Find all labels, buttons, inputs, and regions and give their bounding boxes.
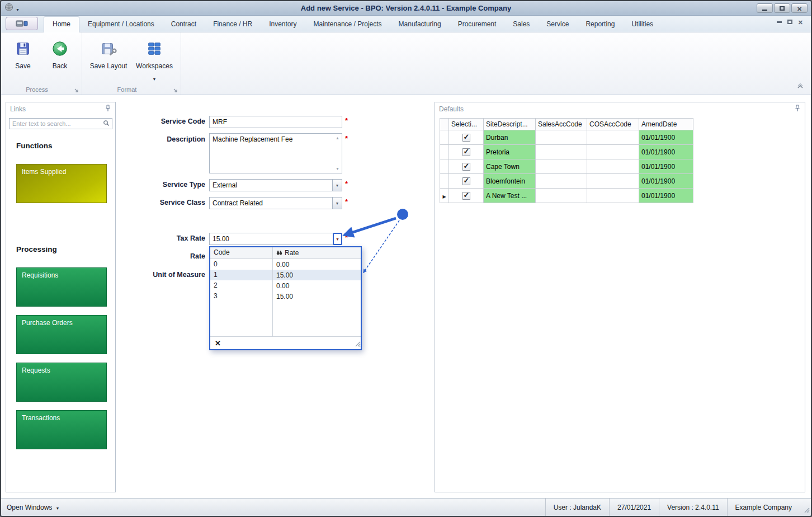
app-icon — [4, 3, 13, 14]
tab-maintenance-projects[interactable]: Maintenance / Projects — [305, 17, 390, 32]
tile-purchase-orders[interactable]: Purchase Orders — [16, 315, 107, 354]
defaults-row-current[interactable]: A New Test ... 01/01/1900 — [440, 189, 693, 203]
tax-rate-lookup-popup: Code Rate 0 0.00 1 15.00 2 — [209, 246, 362, 350]
column-sales-acc-code[interactable]: SalesAccCode — [536, 119, 587, 130]
tab-service[interactable]: Service — [538, 17, 577, 32]
tax-rate-label: Tax Rate — [116, 234, 205, 242]
required-marker: * — [345, 198, 348, 206]
ribbon-group-process: Save Back Process — [1, 32, 82, 95]
grid-header-row: Selecti... SiteDescript... SalesAccCode … — [440, 119, 693, 130]
status-user: User : JulandaK — [545, 499, 609, 516]
functions-heading: Functions — [16, 142, 53, 150]
selection-checkbox[interactable] — [462, 134, 470, 142]
workspaces-dropdown-icon[interactable] — [153, 73, 157, 83]
tax-rate-combo[interactable]: 15.00 — [209, 233, 342, 245]
lookup-close-button[interactable] — [215, 338, 221, 348]
close-button[interactable] — [791, 3, 808, 13]
minimize-button[interactable] — [757, 3, 773, 13]
selection-checkbox[interactable] — [462, 148, 470, 156]
tile-requisitions[interactable]: Requisitions — [16, 267, 107, 307]
required-marker: * — [345, 134, 348, 143]
statusbar: Open Windows User : JulandaK 27/01/2021 … — [1, 498, 811, 516]
child-close-icon[interactable] — [798, 17, 803, 27]
save-button[interactable]: Save — [6, 39, 40, 83]
defaults-row[interactable]: Durban 01/01/1900 — [440, 130, 693, 145]
open-windows-button[interactable]: Open Windows — [7, 504, 59, 511]
selection-checkbox[interactable] — [462, 163, 470, 171]
search-input[interactable] — [10, 120, 103, 127]
application-menu-button[interactable] — [6, 17, 38, 30]
status-company: Example Company — [727, 499, 800, 516]
selection-checkbox[interactable] — [462, 177, 470, 185]
back-button[interactable]: Back — [43, 39, 77, 83]
tab-equipment-locations[interactable]: Equipment / Locations — [79, 17, 163, 32]
defaults-grid: Selecti... SiteDescript... SalesAccCode … — [440, 118, 693, 203]
maximize-button[interactable] — [774, 3, 790, 13]
scroll-down-icon[interactable] — [336, 167, 339, 171]
column-cos-acc-code[interactable]: COSAccCode — [587, 119, 639, 130]
tab-reporting[interactable]: Reporting — [577, 17, 623, 32]
column-site-description[interactable]: SiteDescript... — [484, 119, 536, 130]
ribbon-tab-row: Home Equipment / Locations Contract Fina… — [1, 16, 811, 32]
service-type-combo[interactable]: External — [209, 179, 342, 191]
tab-finance-hr[interactable]: Finance / HR — [205, 17, 261, 32]
tile-requests[interactable]: Requests — [16, 363, 107, 402]
tab-contract[interactable]: Contract — [163, 17, 205, 32]
service-class-dropdown-icon[interactable] — [332, 198, 342, 209]
tab-sales[interactable]: Sales — [504, 17, 538, 32]
tab-manufacturing[interactable]: Manufacturing — [390, 17, 450, 32]
annotation-dot — [397, 209, 408, 220]
tax-rate-dropdown-icon[interactable] — [333, 233, 342, 245]
lookup-column-rate[interactable]: Rate — [273, 247, 361, 258]
service-code-input[interactable] — [209, 116, 342, 128]
ribbon-group-format: Save Layout Workspaces Format — [82, 32, 181, 95]
bpo-logo-icon — [16, 20, 28, 27]
child-restore-icon[interactable] — [787, 20, 792, 24]
links-search — [9, 118, 112, 129]
tile-transactions[interactable]: Transactions — [16, 410, 107, 449]
search-icon[interactable] — [103, 119, 110, 129]
workspace: Links Functions Items Supplied Processin… — [1, 95, 811, 498]
tab-procurement[interactable]: Procurement — [450, 17, 505, 32]
tab-utilities[interactable]: Utilities — [623, 17, 662, 32]
defaults-row[interactable]: Bloemfontein 01/01/1900 — [440, 174, 693, 189]
resize-grip-icon[interactable] — [353, 339, 361, 349]
child-minimize-icon[interactable] — [777, 21, 782, 23]
tab-inventory[interactable]: Inventory — [261, 17, 305, 32]
column-amend-date[interactable]: AmendDate — [639, 119, 693, 130]
tab-home[interactable]: Home — [44, 16, 79, 32]
description-textarea[interactable]: Machine Replacement Fee — [209, 133, 342, 173]
service-class-combo[interactable]: Contract Related — [209, 197, 342, 209]
required-marker: * — [345, 116, 348, 125]
pin-icon[interactable] — [105, 105, 111, 114]
lookup-column-code[interactable]: Code — [210, 247, 273, 258]
lookup-row[interactable]: 3 15.00 — [210, 291, 361, 302]
workspaces-button[interactable]: Workspaces — [133, 39, 176, 83]
selection-checkbox[interactable] — [462, 192, 470, 200]
save-layout-button[interactable]: Save Layout — [87, 39, 130, 83]
save-layout-label: Save Layout — [90, 62, 128, 70]
lookup-row[interactable]: 0 0.00 — [210, 259, 361, 270]
service-type-dropdown-icon[interactable] — [332, 180, 342, 191]
process-dialog-launcher-icon[interactable] — [74, 86, 80, 92]
column-selection[interactable]: Selecti... — [449, 119, 484, 130]
quick-access-caret-icon[interactable] — [16, 3, 20, 13]
tile-items-supplied[interactable]: Items Supplied — [16, 164, 107, 203]
window-resize-grip-icon[interactable] — [802, 505, 810, 515]
scroll-up-icon[interactable] — [336, 136, 339, 140]
defaults-row[interactable]: Pretoria 01/01/1900 — [440, 145, 693, 159]
defaults-row[interactable]: Cape Town 01/01/1900 — [440, 159, 693, 174]
links-panel-title: Links — [10, 105, 26, 113]
back-icon — [51, 40, 68, 59]
lookup-row[interactable]: 2 0.00 — [210, 280, 361, 291]
lookup-row-selected[interactable]: 1 15.00 — [210, 270, 361, 280]
minimize-icon — [762, 10, 767, 11]
pin-icon[interactable] — [794, 105, 801, 114]
status-version: Version : 2.4.0.11 — [659, 499, 727, 516]
save-layout-icon — [100, 40, 117, 59]
format-dialog-launcher-icon[interactable] — [173, 86, 179, 92]
collapse-ribbon-icon[interactable] — [796, 81, 804, 91]
ribbon-group-process-caption: Process — [1, 86, 73, 93]
current-row-icon — [442, 192, 446, 200]
save-icon — [15, 40, 31, 59]
